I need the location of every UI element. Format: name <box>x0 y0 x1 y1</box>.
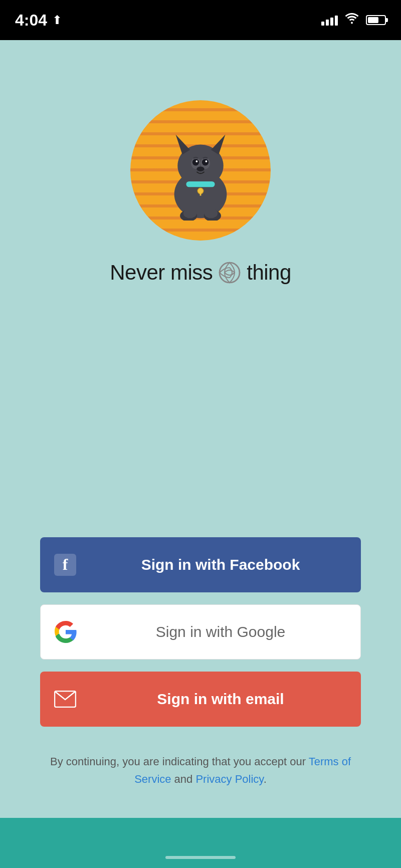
signal-bar-1 <box>321 22 324 26</box>
location-icon: ⬆ <box>52 13 62 27</box>
status-right <box>321 13 386 27</box>
google-btn-label: Sign in with Google <box>91 623 360 640</box>
signal-bar-3 <box>330 18 333 26</box>
svg-rect-13 <box>200 191 202 196</box>
facebook-btn-label: Sign in with Facebook <box>90 556 361 573</box>
signal-bar-2 <box>326 20 329 26</box>
email-btn-label: Sign in with email <box>90 691 361 708</box>
google-icon-area <box>41 621 91 643</box>
battery-fill <box>368 17 378 23</box>
tagline: Never miss thing <box>110 261 291 285</box>
svg-point-7 <box>202 159 209 165</box>
email-icon <box>54 688 76 710</box>
svg-point-10 <box>196 166 204 171</box>
svg-rect-11 <box>186 181 215 187</box>
svg-point-19 <box>220 263 240 283</box>
email-icon-area <box>40 688 90 710</box>
logo-section: Never miss thing <box>110 100 291 285</box>
signal-bar-4 <box>335 16 338 26</box>
signal-bars-icon <box>321 15 338 26</box>
svg-point-17 <box>205 208 218 218</box>
tagline-suffix: thing <box>247 261 291 285</box>
dog-mascot-svg <box>155 120 246 221</box>
wifi-icon <box>345 13 359 27</box>
bottom-bar <box>0 818 401 868</box>
svg-point-8 <box>195 160 197 162</box>
tagline-prefix: Never miss <box>110 261 213 285</box>
status-time: 4:04 <box>15 11 47 30</box>
home-indicator <box>165 856 236 859</box>
main-content: Never miss thing f Sign in with Facebook <box>0 40 401 818</box>
facebook-signin-button[interactable]: f Sign in with Facebook <box>40 537 361 592</box>
svg-point-9 <box>206 160 208 162</box>
facebook-icon: f <box>54 554 76 576</box>
battery-icon <box>366 15 386 25</box>
terms-prefix: By continuing, you are indicating that y… <box>50 755 309 768</box>
dog-mascot-circle <box>130 100 271 241</box>
status-left: 4:04 ⬆ <box>15 11 62 30</box>
buttons-section: f Sign in with Facebook Sign in with Goo… <box>40 537 361 798</box>
terms-text: By continuing, you are indicating that y… <box>40 753 361 788</box>
google-signin-button[interactable]: Sign in with Google <box>40 604 361 660</box>
privacy-policy-link[interactable]: Privacy Policy <box>195 773 263 785</box>
svg-point-16 <box>183 208 197 218</box>
svg-point-6 <box>192 159 199 165</box>
terms-suffix: . <box>264 773 267 785</box>
email-signin-button[interactable]: Sign in with email <box>40 672 361 727</box>
terms-conjunction: and <box>171 773 196 785</box>
status-bar: 4:04 ⬆ <box>0 0 401 40</box>
google-icon <box>55 621 77 643</box>
facebook-icon-area: f <box>40 554 90 576</box>
volleyball-icon <box>219 262 241 284</box>
